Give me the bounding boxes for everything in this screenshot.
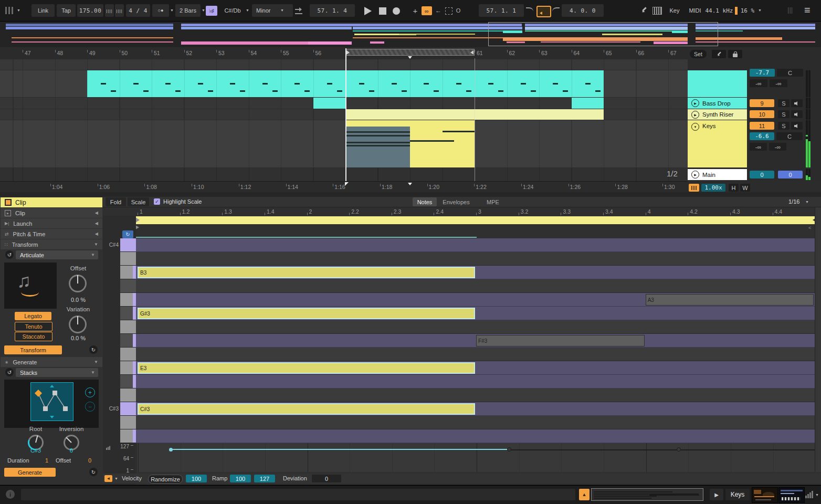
root-value[interactable]: C#3: [16, 447, 56, 454]
midi-note-B3[interactable]: B3: [138, 267, 475, 278]
stack-add-button[interactable]: +: [85, 387, 95, 397]
velocity-lane[interactable]: 127641: [103, 443, 821, 472]
arrangement-position-field[interactable]: 57. 1. 4: [310, 4, 355, 17]
meter-caret[interactable]: ▼: [815, 493, 819, 497]
lock-envelopes-button[interactable]: [728, 50, 742, 58]
track-send-a-keys[interactable]: -∞: [750, 143, 767, 151]
loop-start-field[interactable]: 57. 1. 1: [479, 4, 524, 17]
highlight-scale-checkbox[interactable]: ✓: [154, 198, 160, 205]
generate-reset-button[interactable]: ↺: [5, 368, 14, 376]
draw-automation-button[interactable]: [712, 50, 726, 58]
draw-selection-icon[interactable]: [445, 7, 452, 15]
fold-button[interactable]: Fold: [106, 197, 126, 206]
level-meter-icon[interactable]: [805, 491, 814, 498]
track-volume-main[interactable]: 0: [750, 171, 774, 178]
generate-tool-menu[interactable]: Stacks ▼: [16, 368, 98, 377]
metronome-caret[interactable]: ▼: [170, 8, 174, 12]
solo-button-synth-riser[interactable]: S: [778, 110, 790, 118]
tap-tempo-button[interactable]: Tap: [57, 4, 76, 17]
generate-offset-value[interactable]: 0: [88, 457, 91, 464]
track-header-synth-riser[interactable]: ▶ Synth Riser: [688, 109, 747, 120]
layout-selector-icon[interactable]: [5, 7, 14, 14]
track-send-a-unnamed[interactable]: -∞: [750, 79, 767, 87]
randomize-button[interactable]: Randomize: [148, 475, 183, 484]
clip-tab[interactable]: Clip: [1, 197, 102, 207]
cpu-load-value[interactable]: 16 %: [738, 4, 757, 17]
session-record-link-button[interactable]: ∞: [422, 6, 432, 15]
tab-mpe[interactable]: MPE: [482, 197, 504, 206]
editor-beat-ruler[interactable]: 11.21.31.422.22.32.433.23.33.444.24.34.4: [103, 207, 821, 216]
solo-button-bass-drop[interactable]: S: [778, 99, 790, 107]
lane-chooser-icon[interactable]: ◄: [104, 475, 112, 482]
track-pan-keys[interactable]: C: [776, 132, 803, 140]
quantize-menu[interactable]: 2 Bars: [175, 4, 201, 17]
speaker-button-keys[interactable]: [791, 122, 803, 130]
transform-tool-menu[interactable]: Articulate ▼: [16, 250, 98, 259]
generate-refresh-button[interactable]: ↻: [89, 468, 98, 476]
midi-arrangement-overdub-icon[interactable]: [689, 184, 699, 192]
key-map-button[interactable]: Key: [665, 4, 685, 17]
automation-arm-button[interactable]: +: [412, 6, 419, 15]
velocity-node[interactable]: [169, 448, 173, 452]
insert-marker[interactable]: [408, 56, 412, 59]
grid-value[interactable]: 1/16: [788, 198, 799, 205]
follow-icon[interactable]: [295, 8, 302, 14]
section-generate[interactable]: ∗ Generate ▼: [1, 357, 102, 367]
arrangement-overview[interactable]: [0, 22, 821, 48]
legato-button[interactable]: Legato: [15, 312, 51, 320]
transform-apply-button[interactable]: Transform: [4, 345, 62, 354]
tab-notes[interactable]: Notes: [413, 197, 437, 206]
track-header-main[interactable]: ▶ Main: [688, 169, 747, 180]
set-locator-button[interactable]: Set: [690, 50, 707, 58]
clip-start-marker[interactable]: [135, 225, 139, 229]
computer-midi-keyboard-icon[interactable]: [652, 7, 662, 15]
arrangement-clip-keys[interactable]: [345, 120, 475, 167]
section-pitch-time[interactable]: ⇄ Pitch & Time ◀: [1, 229, 102, 239]
ramp-to-value[interactable]: 127: [254, 475, 275, 482]
editor-scrollbar[interactable]: [815, 207, 821, 472]
midi-note-E3[interactable]: E3: [138, 362, 475, 374]
track-number-keys[interactable]: 11: [750, 122, 774, 130]
nudge-up-button[interactable]: ||||: [115, 4, 124, 17]
track-volume-unnamed[interactable]: -7.7: [750, 69, 775, 77]
scroll-up-button[interactable]: ▲: [579, 489, 590, 500]
loop-length-field[interactable]: 4. 0. 0: [562, 4, 604, 17]
info-icon[interactable]: i: [6, 490, 15, 499]
play-button[interactable]: [364, 7, 372, 15]
device-overview-box[interactable]: [591, 488, 703, 501]
track-fold-icon[interactable]: ▶: [691, 99, 699, 107]
device-thumbnail-1[interactable]: [752, 487, 778, 503]
menu-icon[interactable]: ≡: [804, 4, 811, 16]
device-title[interactable]: Keys: [725, 489, 750, 500]
arrangement-loop-brace[interactable]: [345, 49, 475, 56]
arrangement-clip[interactable]: [313, 98, 346, 109]
loop-start-flag[interactable]: [345, 182, 349, 186]
record-button[interactable]: [393, 7, 400, 15]
grid-caret[interactable]: ▼: [805, 200, 809, 204]
device-thumbnail-2[interactable]: [778, 487, 805, 503]
clip-loop-toggle[interactable]: ↻: [122, 230, 133, 238]
collapse-icon[interactable]: ◀: [95, 232, 98, 236]
clip-loop-bar[interactable]: [135, 216, 817, 224]
layout-selector-caret[interactable]: ▼: [17, 8, 20, 12]
velocity-node[interactable]: [677, 447, 681, 452]
device-play-button[interactable]: ▶: [710, 489, 723, 500]
section-clip[interactable]: ▶ Clip ◀: [1, 208, 102, 218]
midi-note-G#3[interactable]: G#3: [138, 308, 475, 319]
expand-icon[interactable]: ▼: [94, 242, 98, 247]
overdub-button[interactable]: O: [455, 6, 462, 15]
height-zoom-button[interactable]: H: [729, 184, 739, 192]
key-root-menu[interactable]: C#/Db: [219, 4, 246, 17]
nudge-down-button[interactable]: ||||: [105, 4, 114, 17]
track-header-keys[interactable]: ▼ Keys: [688, 120, 747, 167]
midi-note-C#3[interactable]: C#3: [138, 403, 475, 415]
transform-refresh-button[interactable]: ↻: [89, 345, 98, 354]
scale-fold-button[interactable]: Scale: [128, 197, 149, 206]
loop-toggle[interactable]: [536, 6, 551, 17]
inversion-value[interactable]: 0: [51, 447, 91, 454]
punch-in-icon[interactable]: [526, 7, 533, 15]
insert-marker-bottom[interactable]: [408, 183, 412, 185]
midi-note-F#3[interactable]: F#3: [476, 335, 645, 346]
track-number-bass-drop[interactable]: 9: [750, 99, 774, 107]
overview-selection-frame[interactable]: [488, 22, 718, 46]
